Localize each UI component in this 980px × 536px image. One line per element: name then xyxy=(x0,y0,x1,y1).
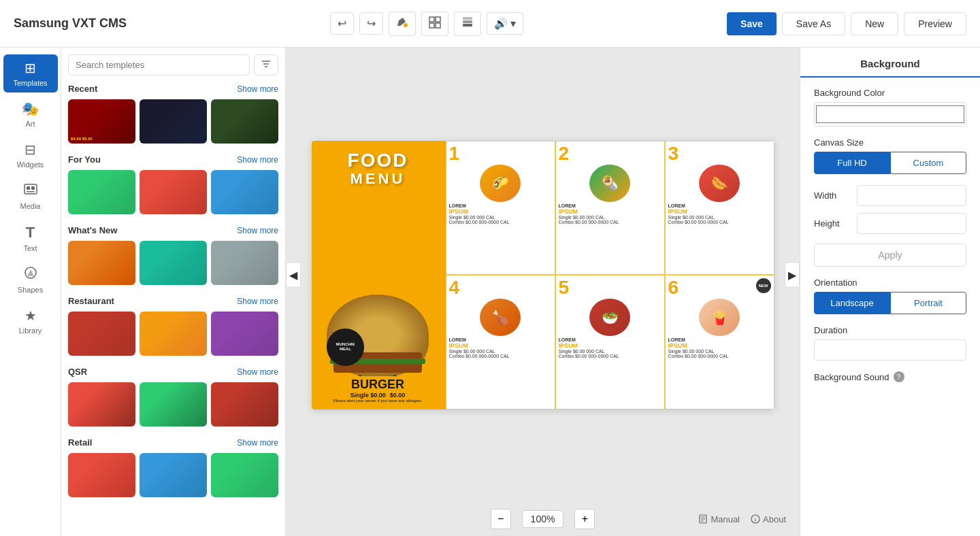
thumb-recent-2[interactable] xyxy=(140,99,207,144)
preview-button[interactable]: Preview xyxy=(904,12,966,35)
section-title-retail: Retail xyxy=(68,437,92,448)
thumb-recent-3[interactable] xyxy=(211,99,278,144)
app-title: Samsung VXT CMS xyxy=(14,16,127,31)
thumb-qsr-1[interactable] xyxy=(68,382,135,426)
thumb-whatsnew-2[interactable] xyxy=(140,241,207,285)
svg-rect-6 xyxy=(463,20,472,23)
sound-button[interactable]: 🔊 ▾ xyxy=(487,12,523,35)
thumb-retail-1[interactable] xyxy=(68,453,135,497)
sidebar-item-art[interactable]: 🎭 Art xyxy=(3,95,58,133)
new-badge: NEW xyxy=(756,278,771,293)
item-ipsum-5: IPSUM xyxy=(559,342,662,349)
save-button[interactable]: Save xyxy=(727,12,777,35)
filter-button[interactable] xyxy=(254,54,278,76)
svg-rect-7 xyxy=(463,17,472,20)
svg-text:i: i xyxy=(755,516,756,523)
show-more-qsr[interactable]: Show more xyxy=(237,367,278,377)
thumb-foryou-3[interactable] xyxy=(211,170,278,214)
thumb-foryou-2[interactable] xyxy=(140,170,207,214)
portrait-button[interactable]: Portrait xyxy=(890,292,966,314)
apply-button[interactable]: Apply xyxy=(814,244,966,267)
sound-dropdown-icon: ▾ xyxy=(510,17,516,30)
manual-label: Manual xyxy=(710,514,740,524)
show-more-whats-new[interactable]: Show more xyxy=(237,226,278,235)
new-button[interactable]: New xyxy=(851,12,898,35)
undo-icon: ↩ xyxy=(338,17,346,30)
full-hd-button[interactable]: Full HD xyxy=(814,152,890,174)
sidebar-item-library[interactable]: ★ Library xyxy=(3,302,58,340)
manual-icon xyxy=(698,514,708,524)
duration-input[interactable]: 01:00 xyxy=(814,339,966,361)
library-icon: ★ xyxy=(24,307,37,324)
width-input[interactable]: 1920 xyxy=(857,185,966,206)
item-num-6: 6 xyxy=(668,278,771,297)
zoom-out-button[interactable]: − xyxy=(491,509,511,529)
canvas-toggle-right[interactable]: ▶ xyxy=(785,263,800,288)
sound-icon: 🔊 xyxy=(494,17,508,30)
section-header-whats-new: What's New Show more xyxy=(68,225,278,235)
panel-title: Background xyxy=(814,58,966,69)
show-more-for-you[interactable]: Show more xyxy=(237,155,278,165)
landscape-button[interactable]: Landscape xyxy=(814,292,890,314)
bg-color-input[interactable] xyxy=(814,102,966,127)
zoom-in-button[interactable]: + xyxy=(574,509,595,529)
thumb-retail-2[interactable] xyxy=(140,453,207,497)
redo-button[interactable]: ↪ xyxy=(359,12,383,35)
topbar: Samsung VXT CMS ↩ ↪ 🔊 ▾ Save xyxy=(0,0,980,48)
section-for-you: For You Show more xyxy=(68,154,278,214)
thumb-restaurant-1[interactable] xyxy=(68,312,135,356)
section-header-recent: Recent Show more xyxy=(68,84,278,94)
grid-button[interactable] xyxy=(421,12,448,36)
show-more-recent[interactable]: Show more xyxy=(237,84,278,94)
thumb-whatsnew-1[interactable] xyxy=(68,241,135,285)
sidebar-item-label-widgets: Widgets xyxy=(17,161,44,169)
sidebar-item-text[interactable]: T Text xyxy=(3,218,58,258)
thumb-foryou-1[interactable] xyxy=(68,170,135,214)
sidebar-item-templates[interactable]: ⊞ Templates xyxy=(3,54,58,93)
thumb-recent-1[interactable]: $4.50 $5.20 xyxy=(68,99,135,144)
section-title-restaurant: Restaurant xyxy=(68,296,114,306)
thumb-restaurant-3[interactable] xyxy=(211,312,278,356)
item-price-5: Single $0.00 000 CAL xyxy=(559,349,662,354)
paint-icon xyxy=(396,16,408,31)
duration-field: Duration 01:00 xyxy=(814,325,966,361)
paint-button[interactable] xyxy=(389,12,416,36)
item-num-4: 4 xyxy=(449,278,552,297)
sidebar-item-media[interactable]: Media xyxy=(3,177,58,216)
sidebar-item-shapes[interactable]: Shapes xyxy=(3,261,58,299)
thumb-qsr-2[interactable] xyxy=(140,382,207,426)
item-combo-6: Combo $0.00 000-0000 CAL xyxy=(668,354,771,358)
section-whats-new: What's New Show more xyxy=(68,225,278,285)
height-input[interactable]: 1080 xyxy=(857,213,966,234)
custom-button[interactable]: Custom xyxy=(890,152,966,174)
item-price-3: Single $0.00 000 CAL xyxy=(668,215,771,220)
undo-button[interactable]: ↩ xyxy=(330,12,354,35)
orientation-field: Orientation Landscape Portrait xyxy=(814,278,966,314)
save-as-button[interactable]: Save As xyxy=(782,12,845,35)
show-more-restaurant[interactable]: Show more xyxy=(237,297,278,306)
thumb-qsr-3[interactable] xyxy=(211,382,278,426)
sidebar-item-label-library: Library xyxy=(19,326,42,335)
layers-button[interactable] xyxy=(454,12,481,36)
section-title-recent: Recent xyxy=(68,84,97,94)
sidebar-item-widgets[interactable]: ⊟ Widgets xyxy=(3,136,58,174)
item-combo-4: Combo $0.00 000-0000 CAL xyxy=(449,354,552,358)
widgets-icon: ⊟ xyxy=(24,141,36,158)
svg-rect-10 xyxy=(31,186,35,190)
sidebar-item-label-shapes: Shapes xyxy=(18,286,43,294)
canvas-toggle-left[interactable]: ◀ xyxy=(286,263,301,288)
canvas-container: ◀ ▶ FOOD MENU xyxy=(286,48,800,502)
about-link[interactable]: i About xyxy=(751,514,786,524)
combo-price: $0.00 xyxy=(390,392,406,399)
help-icon[interactable]: ? xyxy=(894,371,904,382)
about-icon: i xyxy=(751,514,760,524)
show-more-retail[interactable]: Show more xyxy=(237,438,278,448)
thumb-whatsnew-3[interactable] xyxy=(211,241,278,285)
thumb-restaurant-2[interactable] xyxy=(140,312,207,356)
manual-link[interactable]: Manual xyxy=(698,514,740,524)
thumb-retail-3[interactable] xyxy=(211,453,278,497)
item-ipsum-6: IPSUM xyxy=(668,342,771,349)
menu-item-4: 4 🍗 LOREM IPSUM Single $0.00 000 CAL Com… xyxy=(446,275,555,409)
search-input[interactable] xyxy=(68,54,250,76)
media-icon xyxy=(24,182,37,199)
